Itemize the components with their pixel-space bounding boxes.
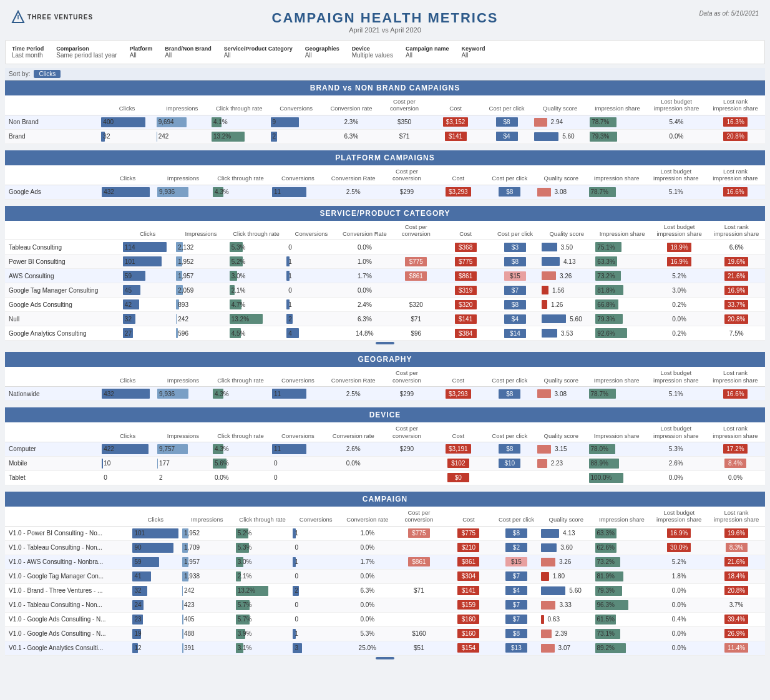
ctr-cell: 5.3% [228, 240, 285, 255]
conv-rate-cell: 0.0% [341, 569, 394, 583]
conversions-cell: 11 [270, 387, 326, 401]
conv-rate-cell: 6.3% [341, 583, 394, 598]
filter-comparison[interactable]: Comparison Same period last year [56, 46, 117, 59]
cpc-cell: $8 [494, 626, 539, 641]
filter-service[interactable]: Service/Product Category All [224, 46, 293, 59]
filter-time-period[interactable]: Time Period Last month [12, 46, 44, 59]
conversions-cell: 9 [269, 115, 324, 129]
cpc-conv-cell [394, 540, 444, 555]
conv-rate-cell: 5.3% [341, 626, 394, 641]
row-label: Google Tag Manager Consulting [5, 283, 121, 298]
cpc-cell: $13 [494, 641, 539, 655]
qs-cell: 3.60 [539, 540, 593, 555]
lost-rank-cell: 39.4% [708, 612, 765, 626]
imp-share-cell: 92.6% [593, 326, 651, 341]
conversions-cell: 1 [285, 298, 338, 312]
filter-campaign[interactable]: Campaign name All [406, 46, 449, 59]
cpc-cell: $2 [494, 540, 539, 555]
conversions-cell: 0 [285, 240, 338, 255]
filter-device-label: Device [352, 46, 393, 52]
qs-cell: 3.33 [539, 598, 593, 612]
platform-table-wrapper: Clicks Impressions Click through rate Co… [5, 165, 765, 200]
clicks-cell: 24 [130, 598, 180, 612]
conv-rate-cell: 1.7% [341, 555, 394, 569]
impressions-cell: 1,938 [180, 569, 234, 583]
imp-share-cell: 89.2% [593, 641, 651, 655]
impressions-cell: 2,132 [174, 240, 227, 255]
imp-share-cell: 88.9% [587, 456, 646, 470]
brand-table-wrapper: Clicks Impressions Click through rate Co… [5, 95, 765, 144]
row-label: Brand [5, 129, 99, 143]
cost-cell: $861 [444, 555, 494, 569]
cpc-cell: $10 [484, 456, 535, 470]
service-section-header: SERVICE/PRODUCT CATEGORY [5, 206, 765, 221]
lost-budget-cell: 0.0% [651, 312, 708, 326]
imp-share-cell: 78.0% [587, 442, 646, 456]
conversions-cell: 2 [285, 312, 338, 326]
conversions-cell: 2 [291, 583, 341, 598]
service-table-wrapper: Clicks Impressions Click through rate Co… [5, 221, 765, 346]
cost-cell: $3,293 [432, 387, 484, 401]
filter-brand-label: Brand/Non Brand [165, 46, 212, 52]
scrollbar-indicator[interactable] [376, 342, 394, 344]
lost-rank-cell: 21.6% [708, 269, 765, 283]
cpc-conv-cell [394, 612, 444, 626]
imp-share-cell: 78.7% [587, 387, 646, 401]
filter-device[interactable]: Device Multiple values [352, 46, 393, 59]
sort-label: Sort by: [9, 70, 30, 77]
page-subtitle: April 2021 vs April 2020 [5, 26, 765, 34]
campaign-scrollbar[interactable] [376, 657, 394, 659]
lost-budget-cell: 18.9% [651, 240, 708, 255]
lost-budget-cell: 16.9% [650, 526, 708, 540]
imp-share-cell: 79.3% [593, 312, 651, 326]
geography-table-wrapper: Clicks Impressions Click through rate Co… [5, 367, 765, 401]
qs-cell: 3.50 [540, 240, 593, 255]
lost-budget-cell: 2.6% [646, 456, 706, 470]
cpc-cell: $4 [490, 312, 540, 326]
filter-keyword[interactable]: Keyword All [461, 46, 485, 59]
qs-cell: 3.26 [539, 555, 593, 569]
impressions-cell: 2 [155, 470, 211, 485]
row-label: Tablet [5, 470, 100, 485]
cost-cell: $775 [444, 526, 494, 540]
sort-badge[interactable]: Clicks [34, 70, 61, 78]
cpc-cell: $15 [494, 555, 539, 569]
imp-share-cell: 63.3% [593, 526, 651, 540]
cpc-conv-cell: $71 [394, 583, 444, 598]
cpc-conv-cell [391, 240, 441, 255]
lost-budget-cell: 0.0% [650, 583, 708, 598]
cost-cell: $210 [444, 540, 494, 555]
cost-cell: $102 [432, 456, 484, 470]
filter-keyword-value: All [461, 52, 485, 59]
clicks-cell: 59 [121, 269, 174, 283]
row-label: V1.0 - Google Tag Manager Con... [5, 569, 130, 583]
conv-rate-cell: 0.0% [341, 612, 394, 626]
lost-budget-cell: 3.0% [651, 283, 708, 298]
lost-budget-cell: 5.1% [646, 387, 706, 401]
impressions-cell: 1,709 [180, 540, 234, 555]
row-label: Google Ads [5, 185, 100, 199]
filter-brand[interactable]: Brand/Non Brand All [165, 46, 212, 59]
cost-cell: $304 [444, 569, 494, 583]
conv-rate-cell: 2.5% [326, 185, 381, 199]
conv-rate-cell [326, 470, 381, 485]
impressions-cell: 177 [155, 456, 211, 470]
row-label: Non Brand [5, 115, 99, 129]
imp-share-cell: 78.7% [587, 185, 646, 199]
ctr-cell: 13.2% [210, 129, 269, 143]
cost-cell: $154 [444, 641, 494, 655]
lost-rank-cell: 3.7% [708, 598, 765, 612]
logo-text: THREE VENTURES [27, 14, 93, 21]
filter-platform[interactable]: Platform All [130, 46, 153, 59]
filter-service-label: Service/Product Category [224, 46, 293, 52]
conv-rate-cell: 1.7% [338, 269, 391, 283]
imp-share-cell: 81.8% [593, 283, 651, 298]
conv-rate-cell: 14.8% [338, 326, 391, 341]
filters-bar: Time Period Last month Comparison Same p… [5, 40, 765, 64]
qs-cell: 3.15 [535, 442, 587, 456]
conversions-cell: 3 [291, 641, 341, 655]
row-label: V1.0 - Google Ads Consulting - N... [5, 612, 130, 626]
lost-rank-cell: 17.2% [706, 442, 765, 456]
filter-geo[interactable]: Geographies All [305, 46, 339, 59]
clicks-cell: 101 [130, 526, 180, 540]
